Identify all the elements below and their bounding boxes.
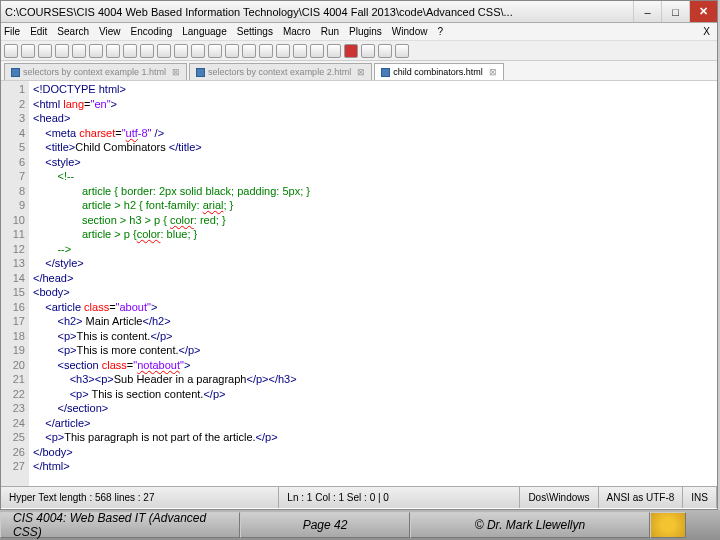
status-eol[interactable]: Dos\Windows [520, 487, 598, 508]
undo-icon[interactable] [157, 44, 171, 58]
play-icon[interactable] [361, 44, 375, 58]
editor-window: C:\COURSES\CIS 4004 Web Based Informatio… [0, 0, 718, 510]
menu-settings[interactable]: Settings [237, 26, 273, 37]
menu-plugins[interactable]: Plugins [349, 26, 382, 37]
file-icon [11, 68, 20, 77]
fold-icon[interactable] [310, 44, 324, 58]
saveall-icon[interactable] [55, 44, 69, 58]
new-icon[interactable] [4, 44, 18, 58]
paste-icon[interactable] [140, 44, 154, 58]
redo-icon[interactable] [174, 44, 188, 58]
status-encoding[interactable]: ANSI as UTF-8 [599, 487, 684, 508]
tab-close-icon[interactable]: ⊠ [489, 67, 497, 77]
maximize-button[interactable]: □ [661, 1, 689, 22]
tab-3[interactable]: child combinators.html⊠ [374, 63, 504, 80]
close-button[interactable]: ✕ [689, 1, 717, 22]
tab-2[interactable]: selectors by context example 2.html⊠ [189, 63, 372, 80]
copy-icon[interactable] [123, 44, 137, 58]
slide-footer: CIS 4004: Web Based IT (Advanced CSS) Pa… [0, 510, 720, 540]
menu-run[interactable]: Run [321, 26, 339, 37]
menu-window[interactable]: Window [392, 26, 428, 37]
status-length: Hyper Text length : 568 lines : 27 [1, 487, 279, 508]
replace-icon[interactable] [208, 44, 222, 58]
tab-1[interactable]: selectors by context example 1.html⊠ [4, 63, 187, 80]
menu-view[interactable]: View [99, 26, 121, 37]
code-content[interactable]: <!DOCTYPE html><html lang="en"><head> <m… [29, 81, 717, 486]
stop-icon[interactable] [378, 44, 392, 58]
macro-icon[interactable] [395, 44, 409, 58]
close-icon[interactable] [72, 44, 86, 58]
title-path: C:\COURSES\CIS 4004 Web Based Informatio… [5, 6, 633, 18]
wrap-icon[interactable] [259, 44, 273, 58]
zoom-out-icon[interactable] [242, 44, 256, 58]
zoom-in-icon[interactable] [225, 44, 239, 58]
save-icon[interactable] [38, 44, 52, 58]
minimize-button[interactable]: – [633, 1, 661, 22]
line-gutter: 1234567891011121314151617181920212223242… [1, 81, 29, 486]
menu-search[interactable]: Search [57, 26, 89, 37]
menu-file[interactable]: File [4, 26, 20, 37]
menu-edit[interactable]: Edit [30, 26, 47, 37]
tab-close-icon[interactable]: ⊠ [172, 67, 180, 77]
menu-help[interactable]: ? [437, 26, 443, 37]
ucf-logo-icon [650, 512, 686, 538]
tabbar: selectors by context example 1.html⊠ sel… [1, 61, 717, 81]
tab-3-label: child combinators.html [393, 67, 483, 77]
tab-close-icon[interactable]: ⊠ [357, 67, 365, 77]
menu-x[interactable]: X [703, 26, 710, 37]
cut-icon[interactable] [106, 44, 120, 58]
open-icon[interactable] [21, 44, 35, 58]
toolbar [1, 41, 717, 61]
menu-macro[interactable]: Macro [283, 26, 311, 37]
unfold-icon[interactable] [327, 44, 341, 58]
footer-course: CIS 4004: Web Based IT (Advanced CSS) [0, 512, 240, 538]
menubar: File Edit Search View Encoding Language … [1, 23, 717, 41]
titlebar[interactable]: C:\COURSES\CIS 4004 Web Based Informatio… [1, 1, 717, 23]
indent-icon[interactable] [293, 44, 307, 58]
status-mode[interactable]: INS [683, 487, 717, 508]
statusbar: Hyper Text length : 568 lines : 27 Ln : … [1, 486, 717, 508]
editor-area[interactable]: 1234567891011121314151617181920212223242… [1, 81, 717, 486]
record-icon[interactable] [344, 44, 358, 58]
file-icon [381, 68, 390, 77]
print-icon[interactable] [89, 44, 103, 58]
menu-encoding[interactable]: Encoding [131, 26, 173, 37]
tab-1-label: selectors by context example 1.html [23, 67, 166, 77]
find-icon[interactable] [191, 44, 205, 58]
chars-icon[interactable] [276, 44, 290, 58]
status-position: Ln : 1 Col : 1 Sel : 0 | 0 [279, 487, 520, 508]
footer-page: Page 42 [240, 512, 410, 538]
tab-2-label: selectors by context example 2.html [208, 67, 351, 77]
footer-author: © Dr. Mark Llewellyn [410, 512, 650, 538]
file-icon [196, 68, 205, 77]
menu-language[interactable]: Language [182, 26, 227, 37]
